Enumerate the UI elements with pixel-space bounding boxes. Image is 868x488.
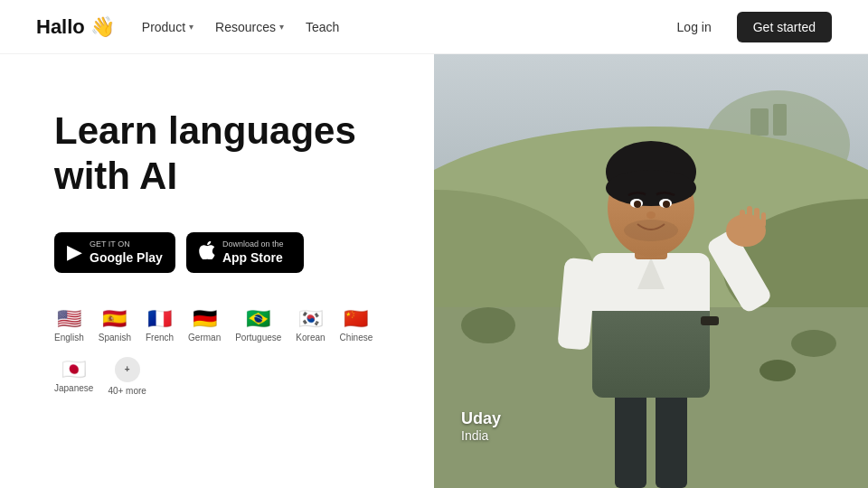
flag-icon: 🇯🇵: [61, 360, 86, 380]
nav-resources[interactable]: Resources ▾: [215, 20, 284, 34]
svg-point-28: [634, 201, 641, 208]
svg-rect-18: [740, 210, 745, 228]
svg-point-9: [791, 330, 836, 357]
flag-icon: 🇨🇳: [344, 309, 368, 329]
google-play-small-text: GET IT ON: [90, 239, 163, 249]
main-content: Learn languages with AI ▶ GET IT ON Goog…: [0, 54, 868, 488]
user-card: Uday India: [461, 409, 501, 443]
lang-label: Spanish: [99, 333, 131, 343]
google-play-large-text: Google Play: [90, 249, 163, 266]
svg-point-25: [606, 170, 696, 206]
flag-icon: 🇰🇷: [298, 309, 323, 329]
hero-image-panel: Uday India: [434, 54, 868, 488]
svg-rect-11: [615, 389, 646, 488]
more-circle-icon: +: [115, 357, 140, 382]
lang-label: Portuguese: [235, 333, 281, 343]
get-started-button[interactable]: Get started: [737, 12, 832, 42]
flag-icon: 🇩🇪: [193, 309, 217, 329]
app-buttons: ▶ GET IT ON Google Play Download on the …: [54, 232, 398, 273]
svg-rect-19: [747, 206, 752, 226]
google-play-icon: ▶: [67, 240, 82, 264]
lang-label: English: [54, 333, 84, 343]
apple-icon: [199, 241, 215, 264]
flag-icon: 🇫🇷: [147, 309, 172, 329]
lang-label: French: [146, 333, 174, 343]
language-item-japanese[interactable]: 🇯🇵 Japanese: [54, 360, 93, 393]
svg-rect-2: [750, 108, 769, 136]
svg-point-30: [646, 211, 656, 219]
app-store-small-text: Download on the: [222, 239, 284, 249]
svg-rect-21: [761, 212, 766, 227]
language-item-chinese[interactable]: 🇨🇳 Chinese: [340, 309, 373, 343]
flag-icon: 🇪🇸: [102, 309, 127, 329]
language-list: 🇺🇸 English 🇪🇸 Spanish 🇫🇷 French 🇩🇪 Germa…: [54, 309, 398, 396]
svg-rect-20: [754, 208, 760, 226]
hero-left: Learn languages with AI ▶ GET IT ON Goog…: [0, 54, 434, 488]
user-name: Uday: [461, 409, 501, 428]
lang-label: German: [188, 333, 221, 343]
app-store-button[interactable]: Download on the App Store: [186, 232, 304, 273]
language-item-korean[interactable]: 🇰🇷 Korean: [296, 309, 325, 343]
language-item-german[interactable]: 🇩🇪 German: [188, 309, 221, 343]
svg-rect-12: [656, 389, 687, 488]
language-item-portuguese[interactable]: 🇧🇷 Portuguese: [235, 309, 281, 343]
svg-point-10: [760, 360, 796, 381]
lang-label: Korean: [296, 333, 325, 343]
navbar: Hallo 👋 Product ▾ Resources ▾ Teach Log …: [0, 0, 868, 54]
nav-links: Product ▾ Resources ▾ Teach: [142, 20, 340, 34]
nav-teach[interactable]: Teach: [306, 20, 339, 34]
flag-icon: 🇺🇸: [57, 309, 81, 329]
svg-point-31: [624, 220, 678, 241]
hero-title: Learn languages with AI: [54, 108, 398, 200]
logo-text: Hallo: [36, 15, 85, 39]
language-item-french[interactable]: 🇫🇷 French: [146, 309, 174, 343]
nav-product[interactable]: Product ▾: [142, 20, 193, 34]
login-button[interactable]: Log in: [666, 13, 722, 42]
language-item-spanish[interactable]: 🇪🇸 Spanish: [99, 309, 131, 343]
svg-rect-32: [701, 316, 719, 325]
svg-rect-3: [773, 104, 787, 136]
lang-label: Japanese: [54, 383, 93, 393]
svg-point-8: [461, 307, 515, 343]
lang-label: Chinese: [340, 333, 373, 343]
navbar-left: Hallo 👋 Product ▾ Resources ▾ Teach: [36, 15, 339, 39]
flag-icon: 🇧🇷: [246, 309, 270, 329]
language-more[interactable]: + 40+ more: [108, 357, 146, 396]
svg-point-29: [663, 201, 670, 208]
more-label: 40+ more: [108, 386, 146, 396]
logo[interactable]: Hallo 👋: [36, 15, 115, 39]
navbar-right: Log in Get started: [666, 12, 832, 42]
app-store-large-text: App Store: [222, 249, 284, 266]
user-country: India: [461, 428, 501, 443]
google-play-button[interactable]: ▶ GET IT ON Google Play: [54, 232, 175, 273]
logo-icon: 👋: [90, 15, 115, 39]
svg-point-17: [726, 214, 766, 247]
chevron-down-icon: ▾: [189, 22, 193, 32]
language-item-english[interactable]: 🇺🇸 English: [54, 309, 84, 343]
chevron-down-icon: ▾: [279, 22, 284, 32]
